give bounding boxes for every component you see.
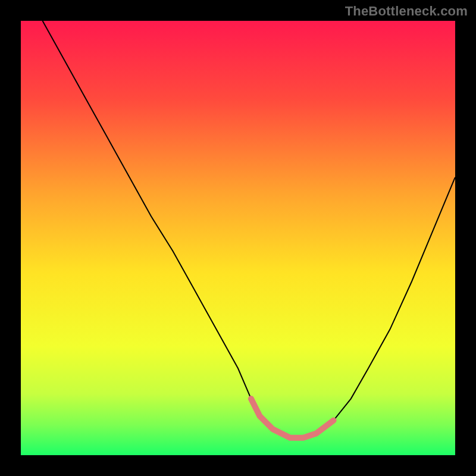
watermark-text: TheBottleneck.com bbox=[345, 4, 468, 19]
bottleneck-chart bbox=[0, 0, 476, 476]
svg-rect-0 bbox=[21, 21, 455, 455]
chart-container: { "watermark": "TheBottleneck.com", "cha… bbox=[0, 0, 476, 476]
